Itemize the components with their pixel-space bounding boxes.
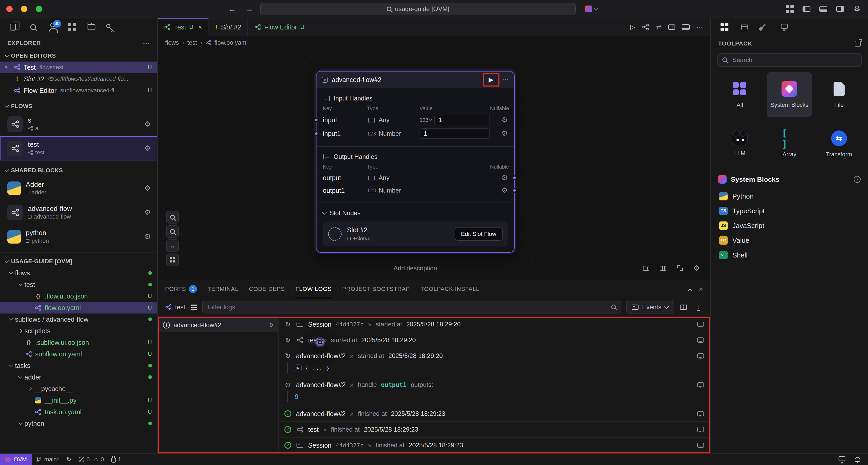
events-dropdown[interactable]: Events — [626, 301, 674, 314]
log-entry[interactable]: ↻ ⊙ ✓ advanced-flow#2 » handle — [279, 377, 710, 406]
shared-blocks-header[interactable]: SHARED BLOCKS — [0, 165, 157, 176]
log-entry[interactable]: ↻ ⊙ ✓ test » finished at — [279, 422, 710, 438]
block-settings-gear-icon[interactable]: ⚙ — [144, 185, 151, 192]
flow-canvas[interactable]: advanced-flow#2 ▶ ⋯ → Input Handles Key … — [158, 49, 710, 280]
tree-item[interactable]: {} adder — [0, 371, 157, 383]
log-entry[interactable]: ↻ ⊙ ✓ advanced-flow#2 » finished a — [279, 406, 710, 422]
open-editor-item[interactable]: × ! Flow Editor subflows/advanced-fl... … — [0, 85, 157, 96]
panel-tab[interactable]: FLOW LOGS — [296, 280, 332, 298]
log-entry[interactable]: ↻ ⊙ ✓ advanced-flow#2 » started at — [279, 348, 710, 377]
canvas-settings-gear-icon[interactable]: ⚙ — [691, 263, 702, 273]
extensions-icon[interactable] — [67, 22, 77, 32]
more-actions-icon[interactable]: ⋯ — [143, 39, 150, 47]
flow-settings-gear-icon[interactable]: ⚙ — [144, 120, 151, 128]
log-console-icon[interactable] — [697, 427, 704, 432]
panel-tab[interactable]: PORTS 1 — [165, 280, 197, 298]
log-console-icon[interactable] — [697, 411, 704, 416]
maximize-panel-icon[interactable] — [688, 289, 692, 293]
flow-settings-gear-icon[interactable]: ⚙ — [144, 145, 151, 152]
toggle-panel-icon[interactable] — [818, 4, 828, 14]
table-view-icon[interactable] — [679, 302, 688, 312]
handle-settings-gear-icon[interactable]: ⚙ — [501, 130, 508, 137]
tree-item[interactable]: {} subflows / advanced-flow — [0, 314, 157, 325]
system-block-item[interactable]: Python — [711, 189, 868, 204]
tree-item[interactable]: {} .subflow.ui.oo.json U — [0, 337, 157, 348]
toolpack-category-card[interactable]: All — [717, 72, 763, 117]
breadcrumb[interactable]: flows › test › flow.oo.yaml — [158, 36, 710, 49]
editor-tab[interactable]: ! Test U × — [158, 19, 209, 36]
edit-slot-flow-button[interactable]: Edit Slot Flow — [455, 228, 503, 241]
log-group-item[interactable]: advanced-flow#2 9 — [158, 318, 278, 332]
flows-section-header[interactable]: FLOWS — [0, 100, 157, 112]
log-entry[interactable]: ↻ ⊙ ✓ Session 44d4327c » finished a — [279, 438, 710, 454]
open-editors-header[interactable]: OPEN EDITORS — [0, 50, 157, 62]
log-console-icon[interactable] — [697, 353, 704, 358]
toolpack-category-card[interactable]: Array — [767, 121, 812, 167]
tree-item[interactable]: {} test — [0, 279, 157, 290]
tools-key-icon[interactable] — [106, 22, 116, 32]
editor-tab[interactable]: ! Flow Editor U × — [248, 19, 311, 36]
log-console-icon[interactable] — [697, 338, 704, 343]
log-console-icon[interactable] — [697, 322, 704, 327]
tree-item[interactable]: {} __init__.py U — [0, 395, 157, 406]
split-editor-button[interactable] — [668, 25, 675, 30]
input-port-dot[interactable] — [314, 131, 319, 136]
run-button[interactable]: ▷ — [630, 23, 635, 31]
tree-item[interactable]: {} scriptlets — [0, 325, 157, 337]
system-block-item[interactable]: TypeScript — [711, 204, 868, 218]
log-detail-row[interactable]: ▶ { ... } — [287, 362, 704, 374]
handle-settings-gear-icon[interactable]: ⚙ — [501, 116, 508, 124]
tree-item[interactable]: {} flows — [0, 267, 157, 279]
system-block-item[interactable]: Shell — [711, 248, 868, 262]
editor-tab[interactable]: ! Slot #2 × — [209, 19, 248, 36]
breadcrumb-item[interactable]: flows — [165, 39, 179, 46]
more-actions-icon[interactable]: ⋯ — [696, 23, 703, 31]
shared-block-item[interactable]: python python ⚙ — [0, 225, 157, 249]
handle-settings-gear-icon[interactable]: ⚙ — [501, 174, 508, 181]
preview-icon[interactable] — [779, 22, 790, 32]
panel-tab[interactable]: CODE DEPS — [249, 280, 285, 298]
tree-item[interactable]: {} subflow.oo.yaml U — [0, 348, 157, 360]
toolpack-category-card[interactable]: System Blocks — [767, 72, 812, 117]
accounts-icon[interactable]: 39 — [47, 22, 58, 32]
output-port-dot[interactable] — [512, 175, 517, 180]
open-editor-item[interactable]: × ! Test flows/test U — [0, 62, 157, 73]
maximize-window-button[interactable] — [36, 6, 42, 12]
toolpack-category-card[interactable]: LLM — [717, 121, 763, 167]
value-input[interactable]: 1 — [434, 115, 490, 125]
flow-list-item[interactable]: s a ⚙ — [0, 112, 157, 136]
map-icon[interactable] — [658, 263, 668, 273]
output-port-dot[interactable] — [512, 188, 517, 193]
command-center-search[interactable]: usage-guide [OVM] — [260, 3, 576, 15]
settings-gear-icon[interactable]: ⚙ — [852, 4, 862, 14]
run-flow-button[interactable] — [642, 23, 649, 31]
auto-layout-button[interactable] — [166, 254, 179, 266]
panel-tab[interactable]: PROJECT BOOTSTRAP — [342, 280, 410, 298]
log-console-icon[interactable] — [697, 382, 704, 387]
log-console-icon[interactable] — [697, 443, 704, 448]
fullscreen-icon[interactable] — [675, 263, 685, 273]
handle-settings-gear-icon[interactable]: ⚙ — [501, 187, 508, 194]
notifications-bell[interactable] — [851, 457, 864, 462]
flow-node-advanced-flow[interactable]: advanced-flow#2 ▶ ⋯ → Input Handles Key … — [316, 71, 515, 253]
filter-logs-input[interactable] — [202, 301, 621, 314]
shared-block-item[interactable]: advanced-flow advanced-flow ⚙ — [0, 200, 157, 225]
brush-icon[interactable] — [759, 22, 770, 32]
tree-item[interactable]: {} flow.oo.yaml U — [0, 302, 157, 314]
slot-node-card[interactable]: Slot #2 +slot#2 Edit Slot Flow — [323, 222, 508, 246]
workspace-menu[interactable] — [585, 5, 597, 12]
toolpack-category-card[interactable]: Transform — [816, 121, 862, 167]
screencast-status[interactable] — [835, 456, 849, 463]
log-entry[interactable]: ↻ ⊙ ✓ Session 44d4327c » started at — [279, 317, 710, 332]
flow-list-item[interactable]: test test ⚙ — [0, 136, 157, 161]
node-header[interactable]: advanced-flow#2 ▶ ⋯ — [316, 71, 514, 88]
folder-icon[interactable] — [86, 22, 97, 32]
value-input[interactable]: 1 — [420, 128, 490, 139]
breadcrumb-item[interactable]: flow.oo.yaml — [214, 39, 248, 46]
log-view-toggle-icon[interactable] — [191, 304, 197, 306]
add-description-button[interactable]: Add description — [316, 265, 515, 272]
close-window-button[interactable] — [6, 6, 12, 12]
open-in-new-window-icon[interactable] — [855, 41, 861, 47]
active-flow-selector[interactable]: test — [165, 303, 185, 311]
ports-status[interactable]: 1 — [107, 454, 125, 465]
